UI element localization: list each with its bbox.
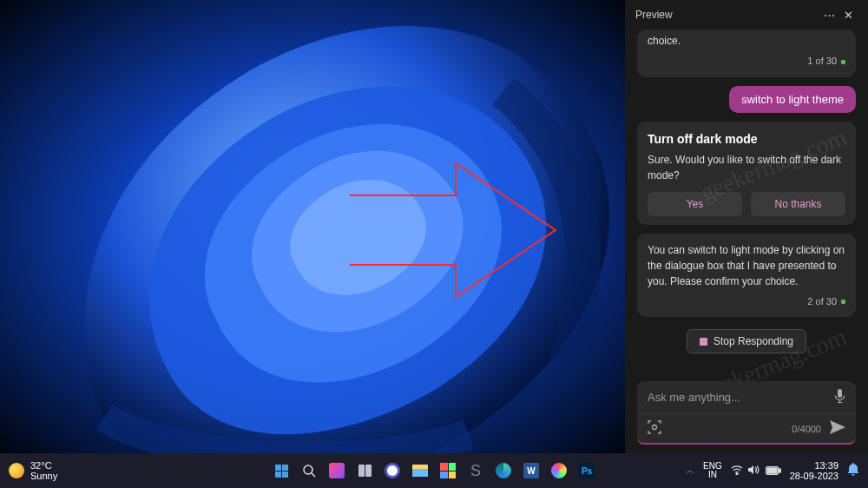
copilot-panel: Preview ⋯ ✕ choice. 1 of 30 switch to li… [625, 0, 868, 453]
word-icon[interactable]: W [520, 459, 542, 482]
close-icon[interactable]: ✕ [838, 5, 858, 24]
panel-header: Preview ⋯ ✕ [625, 0, 868, 30]
user-message: switch to light theme [729, 86, 856, 113]
stop-label: Stop Responding [713, 335, 793, 347]
wallpaper [0, 0, 625, 453]
svg-point-1 [653, 425, 657, 430]
response-counter: 2 of 30 [648, 294, 845, 309]
ai-message: choice. 1 of 30 [637, 30, 856, 77]
chat-input-row [637, 381, 856, 414]
yes-button[interactable]: Yes [648, 192, 742, 216]
chat-icon[interactable] [381, 459, 404, 482]
action-title: Turn off dark mode [648, 130, 845, 148]
input-area: 0/4000 [625, 381, 868, 453]
paint-icon[interactable] [548, 459, 570, 482]
start-button[interactable] [270, 459, 293, 482]
time: 13:39 [790, 460, 838, 471]
task-view-icon[interactable] [353, 459, 376, 482]
taskbar-center: S W Ps [270, 459, 598, 482]
more-icon[interactable]: ⋯ [819, 5, 838, 24]
condition: Sunny [30, 471, 57, 481]
chat-body: choice. 1 of 30 switch to light theme Tu… [625, 30, 868, 381]
system-tray: ︿ ENG IN 13:39 28-09-2023 [686, 460, 868, 481]
tray-overflow-icon[interactable]: ︿ [686, 465, 694, 477]
search-icon[interactable] [298, 459, 320, 482]
edge-icon[interactable] [492, 459, 515, 482]
input-footer: 0/4000 [637, 414, 856, 445]
sublime-icon[interactable]: S [464, 459, 487, 482]
no-thanks-button[interactable]: No thanks [751, 192, 845, 216]
file-explorer-icon[interactable] [409, 459, 431, 482]
ai-text: You can switch to light mode by clicking… [648, 242, 845, 289]
taskbar: 32°C Sunny S W Ps ︿ ENG IN 13:39 [0, 453, 868, 488]
language-indicator[interactable]: ENG IN [703, 462, 722, 479]
response-counter: 1 of 30 [648, 54, 845, 69]
stop-responding-button[interactable]: Stop Responding [687, 329, 806, 353]
action-body: Sure. Would you like to switch off the d… [648, 152, 845, 183]
svg-rect-6 [779, 469, 780, 472]
volume-icon[interactable] [748, 465, 760, 478]
temperature: 32°C [30, 460, 57, 471]
ai-message: You can switch to light mode by clicking… [637, 234, 856, 318]
svg-point-2 [304, 465, 312, 474]
weather-icon [9, 463, 24, 478]
svg-rect-5 [767, 468, 777, 473]
microsoft-store-icon[interactable] [437, 459, 459, 482]
wifi-icon[interactable] [731, 465, 743, 478]
weather-widget[interactable]: 32°C Sunny [0, 460, 57, 481]
ai-text: choice. [648, 33, 845, 49]
battery-icon[interactable] [766, 465, 781, 478]
microphone-icon[interactable] [834, 389, 845, 406]
svg-point-3 [736, 473, 738, 475]
image-search-icon[interactable] [648, 420, 661, 437]
photoshop-icon[interactable]: Ps [575, 459, 598, 482]
send-icon[interactable] [830, 420, 845, 437]
files-app-icon[interactable] [326, 459, 348, 482]
clock[interactable]: 13:39 28-09-2023 [790, 460, 838, 481]
panel-title: Preview [635, 9, 673, 21]
stop-icon [700, 338, 707, 346]
date: 28-09-2023 [790, 471, 838, 481]
char-count: 0/4000 [792, 424, 821, 434]
chat-input[interactable] [648, 391, 834, 404]
ai-message-action: Turn off dark mode Sure. Would you like … [637, 122, 856, 225]
notifications-icon[interactable] [847, 463, 859, 478]
